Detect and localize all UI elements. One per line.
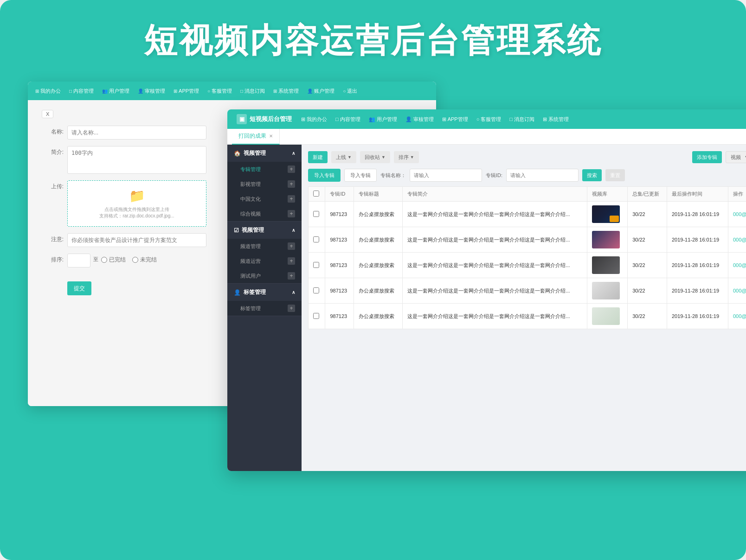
plus-icon-channel-ops[interactable]: + [288,257,295,265]
cell-thumb [587,278,628,304]
cell-count: 30/22 [628,304,667,329]
checkbox-icon: ☑ [234,227,239,234]
sidebar-item-film[interactable]: 影视管理 + [227,177,302,191]
back-nav-customer[interactable]: ○ 客服管理 [204,86,236,96]
cell-thumb [587,253,628,278]
back-nav-my-office[interactable]: ⊞ 我的办公 [32,86,64,96]
action-link-2[interactable]: 000@yy [733,237,746,242]
app-icon: ⊞ [174,89,177,94]
front-nav-app[interactable]: ⊞ APP管理 [438,114,472,125]
cell-action: 000@yy [728,278,746,304]
search-id-input[interactable] [506,169,579,182]
sidebar-item-tag-mgmt[interactable]: 标签管理 + [227,301,302,316]
front-review-icon: 👤 [405,116,412,122]
sidebar-video-header[interactable]: 🏠 视频管理 ∧ [227,145,302,162]
sidebar-item-china[interactable]: 中国文化 + [227,191,302,206]
cell-action: 000@yy [728,304,746,329]
right-select[interactable]: 视频 [726,151,746,163]
tab-bar: 打回的成果 ✕ [227,129,746,145]
desc-label: 简介: [42,146,67,156]
front-nav-message[interactable]: □ 消息订阅 [506,114,538,125]
back-nav-user[interactable]: 👥 用户管理 [98,86,133,96]
back-nav-content[interactable]: □ 内容管理 [65,86,97,96]
note-input[interactable] [67,233,206,247]
close-tag[interactable]: X [42,110,53,118]
cell-desc: 这是一套网介介绍这是一套网介介绍是一套网介介绍这是一套网介介绍... [403,227,587,253]
offline-button[interactable]: 回收站 ▼ [360,151,390,163]
reset-button[interactable]: 重置 [605,169,625,181]
radio-group-status: 已完结 未完结 [101,254,157,264]
chevron-up-icon2: ∧ [292,228,295,233]
sidebar-item-channel-mgmt[interactable]: 频道管理 + [227,239,302,254]
plus-icon-film[interactable]: + [288,180,295,188]
radio-not-done[interactable]: 未完结 [132,256,157,264]
plus-icon-album[interactable]: + [288,165,295,173]
sidebar-item-test-user[interactable]: 测试用户 + [227,268,302,283]
desc-input[interactable] [67,146,206,174]
add-album-button[interactable]: 添加专辑 [692,151,722,163]
action-link-5[interactable]: 000@yy [733,313,746,319]
back-nav-app[interactable]: ⊞ APP管理 [170,86,203,96]
search-button[interactable]: 搜索 [582,169,602,181]
plus-icon-general[interactable]: + [288,210,295,217]
search-name-input[interactable] [410,169,482,182]
front-nav-my-office[interactable]: ⊞ 我的办公 [297,114,331,125]
chevron-down-icon: ▼ [347,155,352,159]
front-nav-system[interactable]: ⊞ 系统管理 [539,114,572,125]
front-nav-content[interactable]: □ 内容管理 [332,114,364,125]
back-nav-account[interactable]: 👤 账户管理 [303,86,338,96]
col-count: 总集/已更新 [628,187,667,202]
main-title: 短视频内容运营后台管理系统 [144,19,602,63]
action-link-1[interactable]: 000@yy [733,211,746,217]
brand-text: 短视频后台管理 [250,115,292,123]
back-nav-bar: ⊞ 我的办公 □ 内容管理 👥 用户管理 👤 审核管理 ⊞ APP管理 [28,82,436,100]
cell-time: 2019-11-28 16:01:19 [667,253,728,278]
my-office-icon: ⊞ [35,89,39,94]
form-row-upload: 上传: 📁 点击或拖拽文件拖拽到这里上传支持格式：rar.zip.doc.doc… [42,180,223,227]
back-nav-review[interactable]: 👤 审核管理 [134,86,169,96]
plus-icon-channel-mgmt[interactable]: + [288,242,295,250]
upload-button[interactable]: 上线 ▼ [331,151,356,163]
plus-icon-china[interactable]: + [288,195,295,203]
cell-action: 000@yy [728,227,746,253]
sidebar-item-general[interactable]: 综合视频 + [227,206,302,221]
action-link-3[interactable]: 000@yy [733,262,746,268]
inner-content: 新建 上线 ▼ 回收站 ▼ 排序 [302,145,746,471]
cell-id: 987123 [325,227,354,253]
add-album-filter-btn[interactable]: 导入专辑 [308,169,341,182]
front-nav-user[interactable]: 👥 用户管理 [365,114,401,125]
new-button[interactable]: 新建 [308,151,328,163]
tab-close-icon[interactable]: ✕ [269,134,273,139]
cell-thumb [587,304,628,329]
thumbnail-4 [592,282,620,299]
sidebar-video2-header[interactable]: ☑ 视频管理 ∧ [227,222,302,239]
cell-id: 987123 [325,202,354,227]
sidebar-item-album[interactable]: 专辑管理 + [227,162,302,177]
cell-time: 2019-11-28 16:01:19 [667,278,728,304]
plus-icon-test-user[interactable]: + [288,272,295,280]
sidebar-item-channel-ops[interactable]: 频道运营 + [227,254,302,268]
back-nav-logout[interactable]: ○ 退出 [339,86,361,96]
action-link-4[interactable]: 000@yy [733,288,746,293]
sort-input[interactable]: 10 [67,254,90,267]
cell-time: 2019-11-28 16:01:19 [667,304,728,329]
sort-button[interactable]: 排序 ▼ [394,151,419,163]
review-icon: 👤 [138,89,143,94]
name-input[interactable] [67,126,206,140]
upload-area[interactable]: 📁 点击或拖拽文件拖拽到这里上传支持格式：rar.zip.doc.docx.pd… [67,180,206,227]
front-nav-review[interactable]: 👤 审核管理 [402,114,437,125]
sidebar-video2-sub: 频道管理 + 频道运营 + 测试用户 + [227,239,302,283]
front-nav-customer[interactable]: ○ 客服管理 [473,114,505,125]
cell-title: 办公桌摆放搜索 [354,278,403,304]
plus-icon-tag-mgmt[interactable]: + [288,305,295,312]
sidebar-tag-header[interactable]: 👤 标签管理 ∧ [227,284,302,301]
front-message-icon: □ [509,116,513,122]
submit-button[interactable]: 提交 [67,281,91,295]
radio-done[interactable]: 已完结 [101,256,126,264]
note-label: 注意: [42,233,67,243]
logo-icon: ▣ [237,114,247,124]
import-btn[interactable]: 导入专辑 [344,169,377,182]
back-nav-system[interactable]: ⊞ 系统管理 [270,86,302,96]
back-nav-message[interactable]: □ 消息订阅 [237,86,269,96]
tab-item-active[interactable]: 打回的成果 ✕ [232,129,280,145]
